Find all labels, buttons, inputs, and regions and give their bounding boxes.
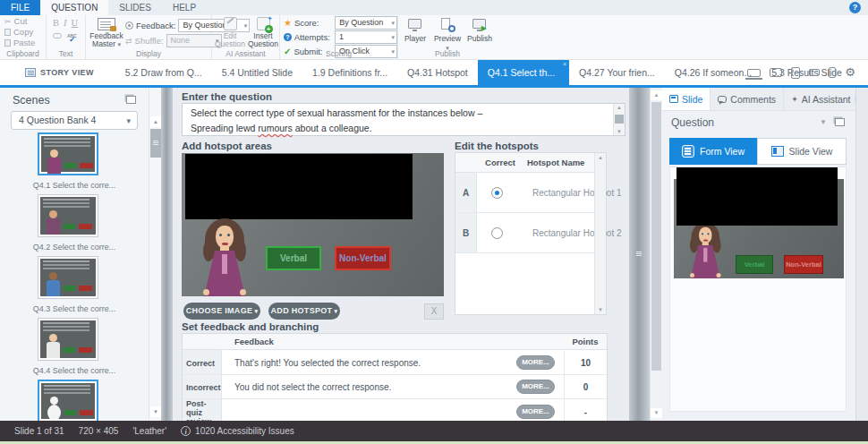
feedback-row-label: Correct (183, 350, 222, 374)
edit-question-button[interactable]: Edit Question (214, 17, 246, 49)
underline-button[interactable]: U (72, 18, 79, 28)
correct-radio[interactable] (491, 227, 503, 239)
editor-scrollbar[interactable]: ▲ ▼ (650, 88, 662, 421)
score-dropdown[interactable]: By Question (335, 16, 397, 30)
points-value[interactable]: 10 (564, 350, 607, 374)
feedback-master-button[interactable]: Feedback Master (89, 17, 123, 49)
correct-radio-selected[interactable] (491, 187, 503, 199)
question-text-input[interactable]: Select the correct type of sexual harass… (182, 103, 625, 136)
ribbon-tab-help[interactable]: HELP (162, 0, 207, 15)
feedback-row-label: Post-quiz review (183, 399, 222, 421)
thumbnail-caption: Q4.3 Select the corre... (7, 304, 141, 313)
ribbon-tab-file[interactable]: FILE (0, 0, 40, 15)
status-bar: Slide 1 of 31 720 × 405 'Leather' i 1020… (0, 421, 868, 441)
feedback-text[interactable]: That's right! You selected the correct r… (234, 357, 421, 367)
tab-slide[interactable]: Slide (662, 88, 711, 110)
slide-counter: Slide 1 of 31 (14, 426, 64, 436)
story-view-button[interactable]: STORY VIEW (25, 68, 94, 77)
add-hotspot-button[interactable]: ADD HOTSPOT (268, 303, 340, 320)
scrollbar-thumb[interactable] (150, 129, 161, 158)
form-view-button[interactable]: Form View (669, 138, 757, 165)
player-icon (406, 18, 424, 32)
bold-button[interactable]: B (53, 18, 59, 28)
link-icon[interactable] (53, 33, 62, 38)
slide-thumbnail-q42[interactable] (38, 194, 98, 237)
scissors-icon: ✂ (4, 17, 12, 26)
paste-button[interactable]: Paste (0, 37, 46, 47)
group-text: B I U ABC Text (47, 15, 86, 59)
hotspot-image-canvas[interactable]: Verbal Non-Verbal (182, 153, 444, 296)
gear-icon[interactable]: ⚙ (845, 60, 855, 85)
question-bank-dropdown[interactable]: 4 Question Bank 4 (11, 111, 138, 130)
feedback-text[interactable]: You did not select the correct response. (234, 382, 391, 392)
hotspot-verbal-button[interactable]: Verbal (266, 246, 321, 270)
more-button[interactable]: MORE... (516, 355, 555, 370)
slide-thumbnail-q43[interactable] (38, 256, 98, 299)
table-row: Post-quiz review MORE... - (183, 399, 607, 421)
thumbnail-caption: Q4.1 Select the corre... (7, 181, 141, 190)
slide-tab[interactable]: Q4.31 Hotspot (397, 60, 478, 85)
tab-comments[interactable]: Comments (711, 88, 784, 110)
slide-tab[interactable]: 5.2 Draw from Q... (115, 60, 212, 85)
scoring-group-label: Scoring (280, 49, 397, 58)
points-value[interactable]: - (564, 399, 607, 421)
help-icon[interactable]: ? (849, 2, 861, 13)
scenes-scrollbar[interactable]: ▲ ▼ (149, 88, 161, 421)
tablet-portrait-icon[interactable] (791, 67, 800, 79)
ribbon-tab-slides[interactable]: SLIDES (108, 0, 162, 15)
italic-button[interactable]: I (64, 18, 67, 28)
cut-button[interactable]: ✂Cut (0, 15, 46, 26)
right-splitter[interactable] (629, 88, 650, 421)
slide-view-button[interactable]: Slide View (757, 138, 847, 165)
more-button[interactable]: MORE... (516, 405, 555, 419)
slide-thumbnail-q41[interactable] (38, 132, 98, 175)
collapse-panel-icon[interactable] (126, 96, 136, 104)
scenes-title: Scenes (13, 94, 50, 107)
slide-tab[interactable]: 1.9 Definitions fr... (302, 60, 397, 85)
scrollbar-thumb[interactable] (651, 102, 661, 371)
slide-tab-active[interactable]: Q4.1 Select th...× (478, 60, 569, 85)
paste-icon (4, 39, 11, 47)
redacted-text-block (185, 154, 413, 219)
panel-window-icon[interactable] (835, 118, 845, 126)
question-scrollbar[interactable]: ▲▼ (613, 104, 625, 135)
tablet-landscape-icon[interactable] (770, 68, 782, 77)
spellcheck-icon[interactable]: ABC (67, 33, 77, 38)
hotspot-name-field[interactable]: Rectangular Hotspot 2 (532, 228, 622, 238)
ribbon-tab-question[interactable]: QUESTION (40, 0, 108, 15)
character-illustration (690, 222, 721, 278)
scroll-down-icon[interactable]: ▼ (651, 408, 662, 418)
copy-button[interactable]: Copy (0, 26, 46, 37)
comment-icon (718, 96, 727, 103)
hotspot-name-field[interactable]: Rectangular Hotspot 1 (532, 188, 622, 198)
preview-button[interactable]: Preview (432, 18, 463, 52)
choose-image-button[interactable]: CHOOSE IMAGE (183, 303, 260, 320)
phone-portrait-icon[interactable] (829, 67, 836, 78)
slide-tab[interactable]: Q4.27 Your frien... (569, 60, 665, 85)
edit-hotspots-label: Edit the hotspots (455, 141, 539, 151)
close-tab-icon[interactable]: × (563, 61, 566, 68)
remove-image-button[interactable]: X (424, 303, 444, 320)
points-value[interactable]: 0 (564, 375, 607, 398)
attempts-dropdown[interactable]: 1 (335, 30, 397, 44)
publish-button[interactable]: ▶ Publish (464, 18, 495, 43)
more-button[interactable]: MORE... (516, 380, 555, 394)
slide-preview-canvas: Verbal Non-Verbal (669, 166, 847, 412)
scroll-down-icon[interactable]: ▼ (150, 406, 161, 417)
insert-question-button[interactable]: ✦+ Insert Question (247, 17, 279, 49)
slide-thumbnail-q44[interactable] (38, 318, 98, 361)
slide-thumbnail-partial[interactable] (38, 380, 98, 421)
slide-tab[interactable]: 5.4 Untitled Slide (212, 60, 302, 85)
chevron-down-icon[interactable]: ▼ (820, 118, 827, 126)
hotspot-nonverbal-button[interactable]: Non-Verbal (335, 246, 391, 270)
accessibility-status[interactable]: i 1020 Accessibility Issues (181, 426, 294, 436)
scroll-up-icon[interactable]: ▲ (651, 90, 662, 100)
preview-icon (438, 18, 456, 32)
scroll-up-icon[interactable]: ▲ (150, 116, 161, 127)
phone-landscape-icon[interactable] (809, 69, 820, 76)
hotspots-scrollbar[interactable]: ▲▼ (594, 153, 606, 314)
laptop-preview-icon[interactable] (747, 69, 761, 77)
left-splitter[interactable] (161, 88, 173, 421)
player-button[interactable]: Player (400, 18, 430, 43)
display-group-label: Display (86, 49, 211, 58)
